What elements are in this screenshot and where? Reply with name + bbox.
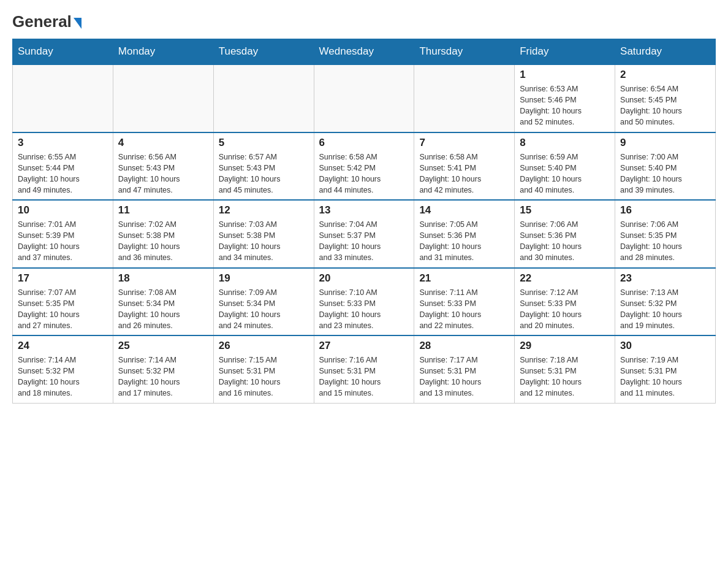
week-row-3: 10Sunrise: 7:01 AM Sunset: 5:39 PM Dayli… bbox=[13, 200, 716, 268]
day-number: 3 bbox=[18, 137, 108, 149]
day-number: 23 bbox=[620, 272, 710, 285]
calendar-cell: 13Sunrise: 7:04 AM Sunset: 5:37 PM Dayli… bbox=[314, 200, 414, 268]
calendar-cell: 20Sunrise: 7:10 AM Sunset: 5:33 PM Dayli… bbox=[314, 268, 414, 336]
day-info: Sunrise: 7:04 AM Sunset: 5:37 PM Dayligh… bbox=[319, 219, 409, 264]
day-number: 10 bbox=[18, 204, 108, 216]
calendar-header-row: SundayMondayTuesdayWednesdayThursdayFrid… bbox=[13, 39, 716, 65]
day-number: 11 bbox=[118, 204, 208, 216]
day-number: 14 bbox=[419, 204, 509, 216]
week-row-2: 3Sunrise: 6:55 AM Sunset: 5:44 PM Daylig… bbox=[13, 132, 716, 201]
day-info: Sunrise: 7:14 AM Sunset: 5:32 PM Dayligh… bbox=[18, 354, 108, 399]
calendar-cell: 5Sunrise: 6:57 AM Sunset: 5:43 PM Daylig… bbox=[213, 132, 314, 201]
day-number: 4 bbox=[118, 137, 208, 149]
day-info: Sunrise: 7:10 AM Sunset: 5:33 PM Dayligh… bbox=[319, 287, 409, 332]
logo-general: General bbox=[12, 12, 72, 31]
day-number: 17 bbox=[18, 272, 108, 285]
calendar-cell: 16Sunrise: 7:06 AM Sunset: 5:35 PM Dayli… bbox=[615, 200, 716, 268]
day-info: Sunrise: 7:17 AM Sunset: 5:31 PM Dayligh… bbox=[419, 354, 509, 399]
calendar-table: SundayMondayTuesdayWednesdayThursdayFrid… bbox=[12, 39, 716, 404]
day-number: 13 bbox=[319, 204, 409, 216]
calendar-cell bbox=[314, 64, 414, 132]
day-number: 22 bbox=[520, 272, 610, 285]
day-info: Sunrise: 7:15 AM Sunset: 5:31 PM Dayligh… bbox=[219, 354, 309, 399]
calendar-cell: 3Sunrise: 6:55 AM Sunset: 5:44 PM Daylig… bbox=[13, 132, 113, 201]
day-info: Sunrise: 7:09 AM Sunset: 5:34 PM Dayligh… bbox=[219, 287, 309, 332]
day-info: Sunrise: 7:01 AM Sunset: 5:39 PM Dayligh… bbox=[18, 219, 108, 264]
day-number: 8 bbox=[520, 137, 610, 149]
calendar-cell: 11Sunrise: 7:02 AM Sunset: 5:38 PM Dayli… bbox=[113, 200, 213, 268]
day-info: Sunrise: 6:57 AM Sunset: 5:43 PM Dayligh… bbox=[219, 151, 309, 196]
day-info: Sunrise: 7:06 AM Sunset: 5:36 PM Dayligh… bbox=[520, 219, 610, 264]
calendar-cell: 1Sunrise: 6:53 AM Sunset: 5:46 PM Daylig… bbox=[515, 64, 615, 132]
week-row-1: 1Sunrise: 6:53 AM Sunset: 5:46 PM Daylig… bbox=[13, 64, 716, 132]
day-number: 29 bbox=[520, 340, 610, 352]
weekday-header-thursday: Thursday bbox=[414, 39, 515, 65]
day-info: Sunrise: 7:05 AM Sunset: 5:36 PM Dayligh… bbox=[419, 219, 509, 264]
calendar-cell: 17Sunrise: 7:07 AM Sunset: 5:35 PM Dayli… bbox=[13, 268, 113, 336]
day-number: 26 bbox=[219, 340, 309, 352]
week-row-4: 17Sunrise: 7:07 AM Sunset: 5:35 PM Dayli… bbox=[13, 268, 716, 336]
day-info: Sunrise: 6:56 AM Sunset: 5:43 PM Dayligh… bbox=[118, 151, 208, 196]
weekday-header-wednesday: Wednesday bbox=[314, 39, 414, 65]
calendar-cell: 30Sunrise: 7:19 AM Sunset: 5:31 PM Dayli… bbox=[615, 335, 716, 403]
calendar-cell: 19Sunrise: 7:09 AM Sunset: 5:34 PM Dayli… bbox=[213, 268, 314, 336]
calendar-cell: 23Sunrise: 7:13 AM Sunset: 5:32 PM Dayli… bbox=[615, 268, 716, 336]
day-info: Sunrise: 6:58 AM Sunset: 5:41 PM Dayligh… bbox=[419, 151, 509, 196]
day-number: 21 bbox=[419, 272, 509, 285]
calendar-cell: 26Sunrise: 7:15 AM Sunset: 5:31 PM Dayli… bbox=[213, 335, 314, 403]
calendar-cell bbox=[113, 64, 213, 132]
day-info: Sunrise: 7:12 AM Sunset: 5:33 PM Dayligh… bbox=[520, 287, 610, 332]
calendar-cell: 10Sunrise: 7:01 AM Sunset: 5:39 PM Dayli… bbox=[13, 200, 113, 268]
weekday-header-sunday: Sunday bbox=[13, 39, 113, 65]
calendar-cell: 12Sunrise: 7:03 AM Sunset: 5:38 PM Dayli… bbox=[213, 200, 314, 268]
day-info: Sunrise: 7:07 AM Sunset: 5:35 PM Dayligh… bbox=[18, 287, 108, 332]
day-info: Sunrise: 7:02 AM Sunset: 5:38 PM Dayligh… bbox=[118, 219, 208, 264]
calendar-cell: 2Sunrise: 6:54 AM Sunset: 5:45 PM Daylig… bbox=[615, 64, 716, 132]
day-info: Sunrise: 6:54 AM Sunset: 5:45 PM Dayligh… bbox=[620, 83, 710, 128]
day-info: Sunrise: 7:14 AM Sunset: 5:32 PM Dayligh… bbox=[118, 354, 208, 399]
day-number: 19 bbox=[219, 272, 309, 285]
day-number: 18 bbox=[118, 272, 208, 285]
day-number: 2 bbox=[620, 69, 710, 81]
calendar-cell: 7Sunrise: 6:58 AM Sunset: 5:41 PM Daylig… bbox=[414, 132, 515, 201]
day-number: 30 bbox=[620, 340, 710, 352]
calendar-cell: 21Sunrise: 7:11 AM Sunset: 5:33 PM Dayli… bbox=[414, 268, 515, 336]
day-info: Sunrise: 6:58 AM Sunset: 5:42 PM Dayligh… bbox=[319, 151, 409, 196]
weekday-header-saturday: Saturday bbox=[615, 39, 716, 65]
day-info: Sunrise: 7:06 AM Sunset: 5:35 PM Dayligh… bbox=[620, 219, 710, 264]
day-info: Sunrise: 7:08 AM Sunset: 5:34 PM Dayligh… bbox=[118, 287, 208, 332]
day-number: 1 bbox=[520, 69, 610, 81]
calendar-cell: 6Sunrise: 6:58 AM Sunset: 5:42 PM Daylig… bbox=[314, 132, 414, 201]
calendar-cell: 24Sunrise: 7:14 AM Sunset: 5:32 PM Dayli… bbox=[13, 335, 113, 403]
day-info: Sunrise: 7:19 AM Sunset: 5:31 PM Dayligh… bbox=[620, 354, 710, 399]
logo-triangle-icon bbox=[74, 18, 82, 29]
day-number: 12 bbox=[219, 204, 309, 216]
day-number: 24 bbox=[18, 340, 108, 352]
day-info: Sunrise: 6:59 AM Sunset: 5:40 PM Dayligh… bbox=[520, 151, 610, 196]
day-info: Sunrise: 6:55 AM Sunset: 5:44 PM Dayligh… bbox=[18, 151, 108, 196]
weekday-header-tuesday: Tuesday bbox=[213, 39, 314, 65]
page-header: General bbox=[12, 12, 716, 29]
day-number: 6 bbox=[319, 137, 409, 149]
calendar-cell: 14Sunrise: 7:05 AM Sunset: 5:36 PM Dayli… bbox=[414, 200, 515, 268]
day-info: Sunrise: 7:16 AM Sunset: 5:31 PM Dayligh… bbox=[319, 354, 409, 399]
calendar-cell: 4Sunrise: 6:56 AM Sunset: 5:43 PM Daylig… bbox=[113, 132, 213, 201]
calendar-cell: 18Sunrise: 7:08 AM Sunset: 5:34 PM Dayli… bbox=[113, 268, 213, 336]
day-number: 20 bbox=[319, 272, 409, 285]
calendar-cell: 9Sunrise: 7:00 AM Sunset: 5:40 PM Daylig… bbox=[615, 132, 716, 201]
day-number: 25 bbox=[118, 340, 208, 352]
day-info: Sunrise: 7:03 AM Sunset: 5:38 PM Dayligh… bbox=[219, 219, 309, 264]
calendar-cell bbox=[213, 64, 314, 132]
day-number: 15 bbox=[520, 204, 610, 216]
day-number: 5 bbox=[219, 137, 309, 149]
weekday-header-monday: Monday bbox=[113, 39, 213, 65]
calendar-cell: 15Sunrise: 7:06 AM Sunset: 5:36 PM Dayli… bbox=[515, 200, 615, 268]
day-info: Sunrise: 7:00 AM Sunset: 5:40 PM Dayligh… bbox=[620, 151, 710, 196]
day-info: Sunrise: 7:11 AM Sunset: 5:33 PM Dayligh… bbox=[419, 287, 509, 332]
calendar-cell: 8Sunrise: 6:59 AM Sunset: 5:40 PM Daylig… bbox=[515, 132, 615, 201]
day-info: Sunrise: 6:53 AM Sunset: 5:46 PM Dayligh… bbox=[520, 83, 610, 128]
day-info: Sunrise: 7:18 AM Sunset: 5:31 PM Dayligh… bbox=[520, 354, 610, 399]
week-row-5: 24Sunrise: 7:14 AM Sunset: 5:32 PM Dayli… bbox=[13, 335, 716, 403]
day-number: 27 bbox=[319, 340, 409, 352]
calendar-cell: 25Sunrise: 7:14 AM Sunset: 5:32 PM Dayli… bbox=[113, 335, 213, 403]
